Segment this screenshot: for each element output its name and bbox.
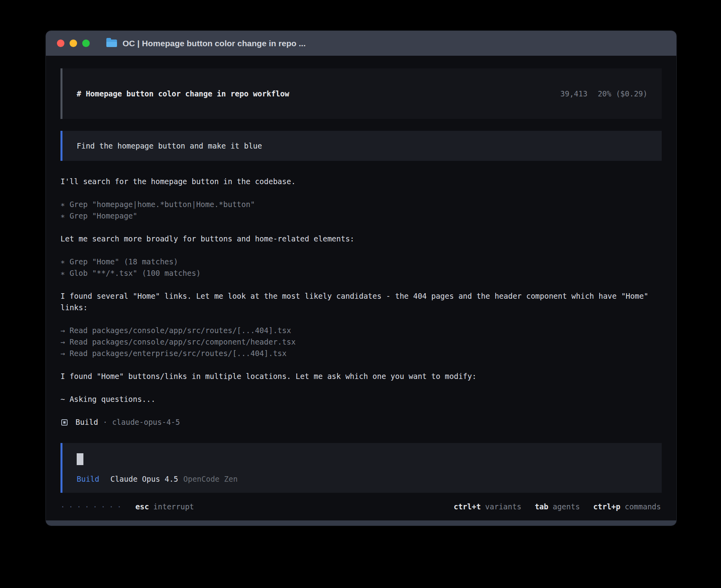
user-message: Find the homepage button and make it blu… [60,131,662,161]
shortcut-key: ctrl+p [593,502,621,511]
assistant-transcript: I'll search for the homepage button in t… [60,176,662,428]
assistant-text: I'll search for the homepage button in t… [60,176,662,187]
session-title: # Homepage button color change in repo w… [77,89,289,98]
shortcut-key: tab [535,502,548,511]
assistant-text: I found "Home" buttons/links in multiple… [60,371,662,382]
tool-call-line: ∗ Grep "homepage|home.*button|Home.*butt… [60,199,662,210]
window-bottom-edge [46,520,676,526]
provider-label: OpenCode Zen [183,475,238,483]
status-bar-right: ctrl+tvariants tabagents ctrl+pcommands [454,502,661,511]
assistant-text: I found several "Home" links. Let me loo… [60,290,662,313]
agent-status-line: Build · claude-opus-4-5 [60,416,662,428]
close-button[interactable] [57,40,64,47]
agent-name: Build [75,416,98,428]
folder-icon [106,40,117,47]
shortcut-commands: ctrl+pcommands [593,502,661,511]
status-bar: ········ escinterrupt ctrl+tvariants tab… [60,502,662,511]
working-indicator-dots: ········ [60,502,125,511]
transcript-group: ~ Asking questions... [60,394,662,405]
window-titlebar: OC | Homepage button color change in rep… [46,31,676,56]
shortcut-key: esc [136,502,149,511]
transcript-group: I found "Home" buttons/links in multiple… [60,371,662,382]
shortcut-label: agents [553,502,580,511]
terminal-window: OC | Homepage button color change in rep… [45,30,677,526]
terminal-content: # Homepage button color change in repo w… [46,68,676,511]
zoom-button[interactable] [82,40,90,47]
context-cost: 20% ($0.29) [598,89,647,98]
status-text: ~ Asking questions... [60,394,662,405]
minimize-button[interactable] [70,40,77,47]
transcript-group: ∗ Grep "Home" (18 matches) ∗ Glob "**/*.… [60,256,662,279]
shortcut-label: interrupt [153,502,194,511]
tool-call-line: ∗ Grep "Home" (18 matches) [60,256,662,268]
traffic-lights [57,40,90,47]
transcript-group: Let me search more broadly for buttons a… [60,233,662,245]
transcript-group: ∗ Grep "homepage|home.*button|Home.*butt… [60,199,662,222]
transcript-group: I found several "Home" links. Let me loo… [60,290,662,313]
tool-call-line: → Read packages/console/app/src/componen… [60,336,662,348]
tool-call-line: ∗ Glob "**/*.tsx" (100 matches) [60,268,662,279]
assistant-text: Let me search more broadly for buttons a… [60,233,662,245]
shortcut-key: ctrl+t [454,502,481,511]
session-stats: 39,41320% ($0.29) [524,81,647,107]
mode-label: Build [77,475,99,483]
text-cursor [77,453,83,465]
session-header: # Homepage button color change in repo w… [60,68,662,119]
window-title: OC | Homepage button color change in rep… [123,39,306,48]
shortcut-variants: ctrl+tvariants [454,502,521,511]
status-bar-left: ········ escinterrupt [60,502,194,511]
shortcut-label: variants [485,502,521,511]
build-agent-icon [61,419,68,426]
separator-dot: · [103,416,107,428]
tool-call-line: → Read packages/enterprise/src/routes/[.… [60,348,662,359]
transcript-group: → Read packages/console/app/src/routes/[… [60,325,662,359]
shortcut-label: commands [625,502,661,511]
agent-model: claude-opus-4-5 [112,416,180,428]
shortcut-interrupt: escinterrupt [136,502,194,511]
tool-call-line: → Read packages/console/app/src/routes/[… [60,325,662,336]
prompt-input[interactable]: BuildClaude Opus 4.5OpenCode Zen [60,443,662,493]
input-status-row: BuildClaude Opus 4.5OpenCode Zen [77,475,647,483]
model-label: Claude Opus 4.5 [110,475,178,483]
transcript-group: I'll search for the homepage button in t… [60,176,662,187]
token-count: 39,413 [561,89,588,98]
shortcut-agents: tabagents [535,502,580,511]
tool-call-line: ∗ Grep "Homepage" [60,210,662,222]
